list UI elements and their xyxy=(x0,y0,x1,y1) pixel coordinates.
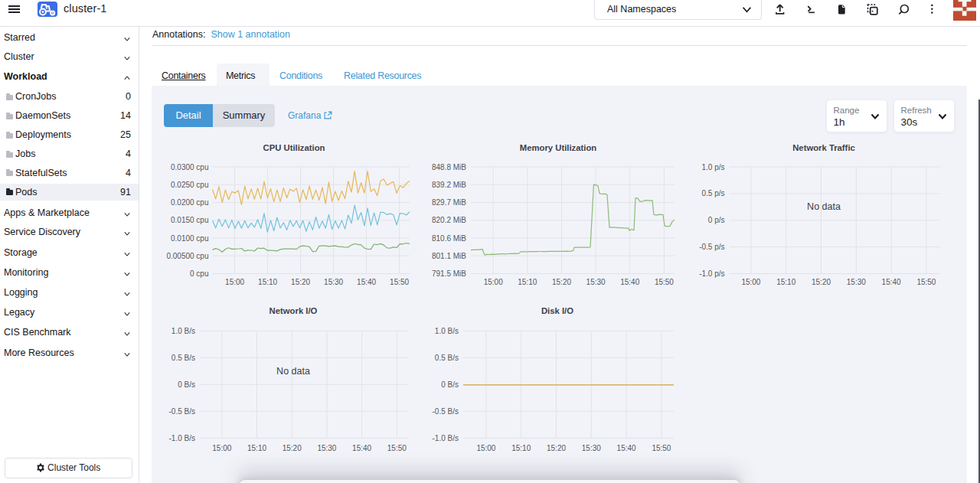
svg-text:15:10: 15:10 xyxy=(776,278,795,286)
svg-text:820.2 MiB: 820.2 MiB xyxy=(432,216,466,224)
svg-text:15:30: 15:30 xyxy=(582,444,601,452)
svg-text:15:40: 15:40 xyxy=(882,278,901,286)
svg-text:15:00: 15:00 xyxy=(476,444,495,452)
svg-text:15:00: 15:00 xyxy=(225,278,244,286)
svg-text:15:20: 15:20 xyxy=(291,278,310,286)
svg-text:839.2 MiB: 839.2 MiB xyxy=(432,181,466,189)
svg-text:0.0250 cpu: 0.0250 cpu xyxy=(171,181,209,189)
svg-text:15:40: 15:40 xyxy=(620,278,639,286)
svg-text:15:10: 15:10 xyxy=(518,278,537,286)
svg-text:15:40: 15:40 xyxy=(617,444,636,452)
svg-text:15:50: 15:50 xyxy=(655,278,674,286)
svg-text:Network I/O: Network I/O xyxy=(270,306,318,315)
svg-text:15:00: 15:00 xyxy=(741,278,760,286)
svg-text:0.0150 cpu: 0.0150 cpu xyxy=(171,216,209,224)
svg-text:Network Traffic: Network Traffic xyxy=(792,143,855,152)
svg-text:848.8 MiB: 848.8 MiB xyxy=(432,163,466,171)
svg-text:1.0 p/s: 1.0 p/s xyxy=(701,163,724,171)
svg-text:No data: No data xyxy=(276,366,310,377)
svg-text:0.00500 cpu: 0.00500 cpu xyxy=(166,252,208,260)
svg-text:801.1 MiB: 801.1 MiB xyxy=(432,252,466,260)
svg-text:15:50: 15:50 xyxy=(652,444,671,452)
svg-text:1.0 B/s: 1.0 B/s xyxy=(435,327,459,335)
svg-text:15:40: 15:40 xyxy=(357,278,376,286)
svg-text:15:50: 15:50 xyxy=(390,278,409,286)
svg-text:Disk I/O: Disk I/O xyxy=(541,306,573,315)
svg-text:829.7 MiB: 829.7 MiB xyxy=(432,198,466,207)
svg-text:0.0100 cpu: 0.0100 cpu xyxy=(171,234,209,243)
svg-text:-1.0 B/s: -1.0 B/s xyxy=(433,434,459,442)
svg-text:0.0300 cpu: 0.0300 cpu xyxy=(171,163,209,171)
svg-text:0 p/s: 0 p/s xyxy=(708,216,725,224)
svg-text:15:20: 15:20 xyxy=(812,278,831,286)
svg-text:791.5 MiB: 791.5 MiB xyxy=(432,269,466,278)
svg-text:15:30: 15:30 xyxy=(847,278,866,286)
svg-text:-0.5 p/s: -0.5 p/s xyxy=(699,243,724,251)
svg-text:No data: No data xyxy=(807,201,841,212)
svg-text:810.6 MiB: 810.6 MiB xyxy=(432,234,466,243)
svg-text:15:40: 15:40 xyxy=(352,444,371,452)
svg-text:15:10: 15:10 xyxy=(258,278,277,286)
svg-text:-0.5 B/s: -0.5 B/s xyxy=(169,407,195,416)
svg-text:-1.0 B/s: -1.0 B/s xyxy=(169,434,195,442)
svg-text:0.5 B/s: 0.5 B/s xyxy=(435,354,459,362)
svg-text:15:00: 15:00 xyxy=(484,278,503,286)
svg-text:15:50: 15:50 xyxy=(387,444,407,452)
svg-text:0 cpu: 0 cpu xyxy=(190,269,208,278)
svg-text:15:30: 15:30 xyxy=(324,278,343,286)
svg-text:15:20: 15:20 xyxy=(552,278,571,286)
svg-text:0 B/s: 0 B/s xyxy=(178,380,195,389)
svg-text:15:20: 15:20 xyxy=(547,444,566,452)
svg-text:15:30: 15:30 xyxy=(317,444,336,452)
svg-text:-0.5 B/s: -0.5 B/s xyxy=(433,407,459,416)
svg-text:0 B/s: 0 B/s xyxy=(441,380,459,389)
svg-text:0.5 p/s: 0.5 p/s xyxy=(701,189,724,197)
svg-text:15:10: 15:10 xyxy=(247,444,266,452)
svg-text:15:00: 15:00 xyxy=(212,444,231,452)
svg-text:15:30: 15:30 xyxy=(586,278,606,286)
svg-text:0.5 B/s: 0.5 B/s xyxy=(172,354,195,362)
svg-text:CPU Utilization: CPU Utilization xyxy=(263,143,325,152)
svg-text:Memory Utilization: Memory Utilization xyxy=(520,143,597,152)
svg-text:15:50: 15:50 xyxy=(916,278,936,286)
svg-text:15:10: 15:10 xyxy=(511,444,531,452)
svg-text:0.0200 cpu: 0.0200 cpu xyxy=(171,198,209,207)
svg-text:15:20: 15:20 xyxy=(283,444,302,452)
svg-text:1.0 B/s: 1.0 B/s xyxy=(172,327,195,335)
svg-text:-1.0 p/s: -1.0 p/s xyxy=(699,269,724,278)
